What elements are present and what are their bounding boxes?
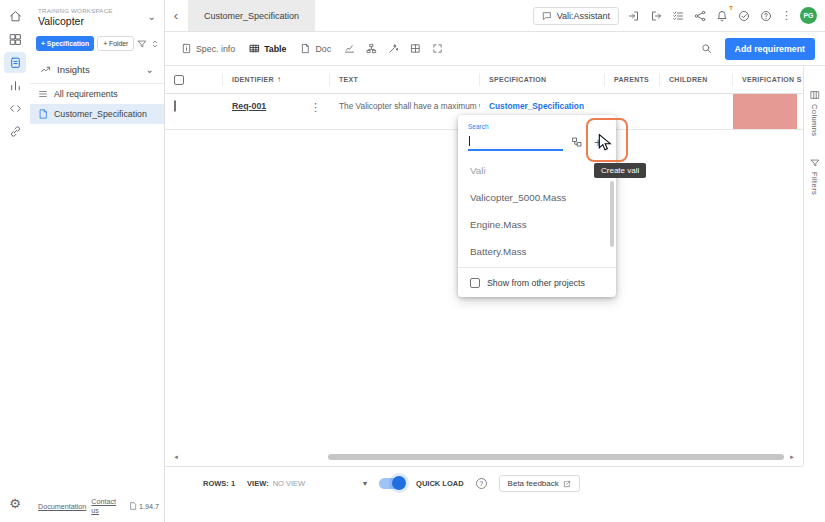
quick-load-toggle[interactable] — [379, 478, 404, 489]
tasks-icon[interactable] — [671, 8, 685, 23]
columns-panel-tab[interactable]: Columns — [810, 90, 820, 136]
view-selector[interactable]: VIEW: NO VIEW ▾ — [247, 479, 367, 488]
row-identifier-cell: Req-001 ⋮ — [223, 94, 330, 129]
scroll-right-icon[interactable]: ▸ — [787, 453, 797, 461]
matrix-view-icon[interactable] — [405, 39, 425, 59]
popup-search-input[interactable] — [468, 133, 563, 151]
search-field: Search — [468, 123, 563, 151]
vali-option[interactable]: Vali — [458, 157, 616, 184]
chart-view-icon[interactable] — [339, 39, 359, 59]
scroll-left-icon[interactable]: ◂ — [171, 453, 181, 461]
header-text[interactable]: TEXT — [330, 73, 480, 86]
select-all-checkbox[interactable] — [174, 75, 184, 85]
vali-option[interactable]: Engine.Mass — [458, 211, 616, 238]
insights-section[interactable]: Insights ⌄ — [30, 56, 164, 84]
help-icon[interactable] — [759, 8, 773, 23]
export-icon[interactable] — [649, 8, 663, 23]
text-caret — [469, 136, 470, 146]
vali-assistant-button[interactable]: Vali:Assistant — [533, 7, 619, 25]
view-toolbar: Spec. info Table Doc — [165, 32, 825, 66]
magic-wand-icon[interactable] — [383, 39, 403, 59]
tab-customer-specification[interactable]: Customer_Specification — [188, 0, 315, 31]
header-specification[interactable]: SPECIFICATION — [480, 73, 605, 86]
header-identifier[interactable]: IDENTIFIER ↑ — [223, 73, 330, 86]
connections-icon[interactable] — [4, 121, 26, 142]
spec-info-button[interactable]: Spec. info — [175, 39, 241, 58]
contact-us-link[interactable]: Contact us — [91, 497, 124, 515]
table-view-label: Table — [264, 44, 286, 54]
share-icon[interactable] — [693, 8, 707, 23]
beta-feedback-button[interactable]: Beta feedback — [499, 475, 580, 492]
sidebar-item-customer-specification[interactable]: Customer_Specification — [30, 104, 164, 124]
filters-tab-label: Filters — [810, 172, 819, 195]
browse-valis-icon[interactable] — [569, 133, 584, 151]
header-verification[interactable]: VERIFICATION S — [733, 73, 803, 86]
beta-feedback-label: Beta feedback — [508, 479, 559, 488]
filter-icon[interactable] — [137, 37, 147, 51]
scripting-icon[interactable] — [4, 98, 26, 119]
modules-icon[interactable] — [4, 29, 26, 50]
verification-check-icon[interactable] — [737, 8, 751, 23]
columns-tab-label: Columns — [810, 104, 819, 136]
header-specification-label: SPECIFICATION — [489, 76, 546, 83]
filters-panel-tab[interactable]: Filters — [810, 158, 820, 195]
row-checkbox[interactable] — [174, 100, 176, 112]
notifications-bell-icon[interactable]: T — [715, 8, 729, 23]
expand-collapse-icon[interactable] — [150, 37, 160, 51]
fullscreen-icon[interactable] — [427, 39, 447, 59]
workspace-switcher[interactable]: TRAINING WORKSPACE Valicopter ⌄ — [30, 0, 164, 31]
create-vali-button[interactable]: + — [590, 133, 606, 151]
scrollbar-thumb[interactable] — [328, 454, 784, 460]
show-other-projects-checkbox[interactable] — [470, 278, 480, 288]
insights-label: Insights — [57, 64, 90, 75]
view-label: VIEW: — [247, 479, 269, 488]
vali-option[interactable]: Battery.Mass — [458, 238, 616, 265]
user-avatar[interactable]: PG — [800, 7, 817, 24]
more-options-icon[interactable]: ⋮ — [781, 9, 792, 22]
top-actions: Vali:Assistant T — [533, 7, 817, 25]
add-requirement-button[interactable]: Add requirement — [725, 38, 815, 60]
new-folder-button[interactable]: + Folder — [97, 36, 134, 51]
tab-bar: ‹ Customer_Specification Vali:Assistant — [165, 0, 825, 32]
show-other-projects-label: Show from other projects — [487, 278, 585, 288]
popup-scrollbar[interactable] — [610, 181, 614, 247]
row-select-cell — [165, 94, 223, 129]
caret-down-icon: ▾ — [363, 479, 367, 488]
header-parents-label: PARENTS — [614, 76, 649, 83]
workspace-name: Valicopter — [38, 15, 113, 27]
list-icon — [38, 89, 48, 99]
popup-footer: Show from other projects — [458, 267, 616, 297]
requirement-link[interactable]: Req-001 — [232, 101, 266, 111]
create-vali-tooltip: Create vali — [594, 163, 646, 178]
hierarchy-view-icon[interactable] — [361, 39, 381, 59]
quick-load-help-icon[interactable]: ? — [476, 478, 487, 489]
header-parents[interactable]: PARENTS — [605, 73, 660, 86]
all-requirements-label: All requirements — [54, 89, 118, 99]
search-label: Search — [468, 123, 563, 130]
row-menu-icon[interactable]: ⋮ — [310, 101, 321, 114]
home-icon[interactable] — [4, 6, 26, 27]
scrollbar-track[interactable] — [184, 453, 784, 461]
import-icon[interactable] — [627, 8, 641, 23]
external-link-icon — [563, 480, 571, 488]
verification-status-cell[interactable] — [733, 94, 797, 129]
header-children[interactable]: CHILDREN — [660, 73, 733, 86]
vali-option[interactable]: Valicopter_5000.Mass — [458, 184, 616, 211]
all-requirements-item[interactable]: All requirements — [30, 84, 164, 104]
specification-link[interactable]: Customer_Specification — [489, 101, 584, 111]
new-specification-button[interactable]: + Specification — [36, 36, 94, 51]
search-icon[interactable] — [697, 39, 717, 59]
settings-gear-icon[interactable]: ⚙ — [4, 493, 26, 514]
vali-picker-popup: Search + Vali Valicopter_5000.Mass Engin… — [458, 115, 616, 297]
requirements-icon[interactable] — [4, 52, 26, 73]
documentation-link[interactable]: Documentation — [38, 502, 86, 511]
sidebar-footer: Documentation Contact us 1.94.7 — [38, 497, 159, 515]
doc-view-button[interactable]: Doc — [294, 39, 337, 58]
row-children-cell[interactable] — [660, 94, 733, 129]
analysis-icon[interactable] — [4, 75, 26, 96]
table-view-button[interactable]: Table — [243, 39, 292, 58]
collapse-sidebar-icon[interactable]: ‹ — [169, 8, 183, 23]
right-panel-rail: Columns Filters — [803, 66, 825, 466]
assistant-icon — [542, 11, 552, 21]
info-icon — [181, 43, 192, 54]
